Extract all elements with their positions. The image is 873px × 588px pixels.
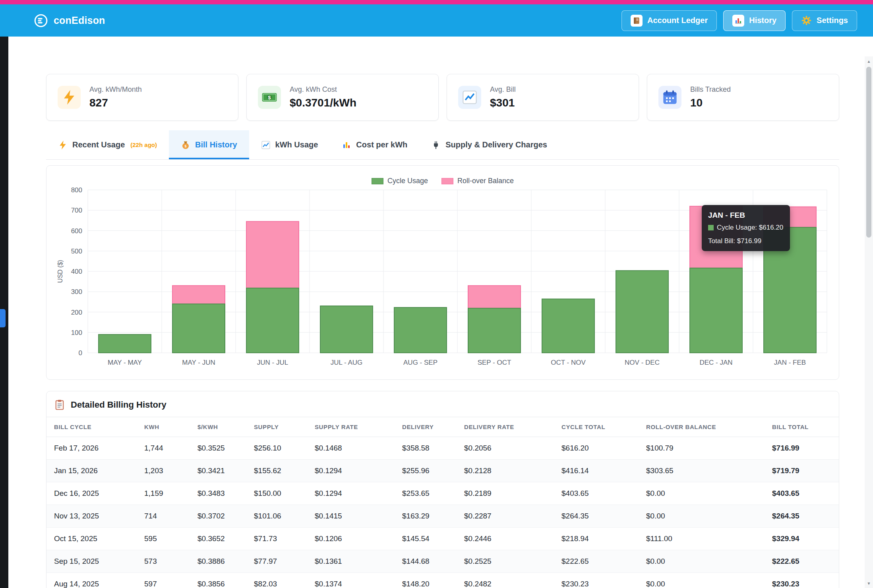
x-category-label: MAY - JUN	[182, 359, 215, 366]
tab-label: Recent Usage	[72, 140, 125, 149]
table-cell: $150.00	[254, 482, 315, 505]
table-cell: Aug 14, 2025	[46, 573, 144, 588]
table-cell: $71.73	[254, 528, 315, 550]
avgbill-icon	[458, 86, 481, 109]
tooltip-title: JAN - FEB	[708, 211, 784, 220]
table-cell: $0.2446	[464, 528, 561, 550]
table-row: Sep 15, 2025573$0.3886$77.97$0.1361$144.…	[46, 550, 839, 573]
top-accent-bar	[0, 0, 873, 4]
bar-cycle-oct-nov[interactable]	[542, 299, 594, 353]
table-cell: $145.54	[402, 528, 464, 550]
table-cell: $0.3525	[197, 437, 254, 460]
table-cell: Dec 16, 2025	[46, 482, 144, 505]
legend-label: Roll-over Balance	[457, 177, 514, 185]
legend-cycle-usage[interactable]: Cycle Usage	[372, 177, 428, 185]
y-tick-label: 500	[71, 248, 82, 255]
moneybag-icon: $	[181, 140, 190, 150]
table-cell: $222.65	[561, 550, 646, 573]
stat-value: 827	[89, 97, 142, 109]
barchart-icon	[342, 140, 351, 150]
stat-cards: Avg. kWh/Month827$Avg. kWh Cost$0.3701/k…	[46, 74, 839, 121]
stacked-bar-chart: 0100200300400500600700800USD ($)MAY - MA…	[46, 166, 839, 379]
table-cell: $0.3483	[197, 482, 254, 505]
table-cell: $0.00	[646, 505, 772, 528]
tab-label: Bill History	[195, 140, 237, 149]
bar-cycle-nov-dec[interactable]	[616, 271, 668, 353]
table-cell: 573	[144, 550, 197, 573]
tooltip-cycle-swatch	[708, 225, 714, 230]
brand[interactable]: conEdison	[34, 14, 105, 28]
calendar-icon	[658, 86, 681, 109]
bar-cycle-may-jun[interactable]	[172, 304, 225, 353]
column-header-supply-rate: SUPPLY RATE	[315, 417, 402, 437]
nav-settings-button[interactable]: Settings	[792, 10, 857, 31]
scroll-down-arrow[interactable]: ▼	[865, 578, 873, 588]
table-cell: Oct 15, 2025	[46, 528, 144, 550]
nav-account-ledger-button[interactable]: Account Ledger	[621, 10, 717, 31]
stat-label: Bills Tracked	[690, 85, 731, 94]
stat-card-avg-kwh-month: Avg. kWh/Month827	[46, 74, 238, 121]
column-header-supply: SUPPLY	[254, 417, 315, 437]
svg-text:$: $	[184, 144, 186, 148]
table-cell: $163.29	[402, 505, 464, 528]
tab-supply-delivery-charges[interactable]: Supply & Delivery Charges	[419, 130, 559, 159]
bar-cycle-may-may[interactable]	[99, 335, 151, 353]
table-cell: $329.94	[772, 528, 839, 550]
table-cell: $0.3421	[197, 460, 254, 482]
table-cell: $358.58	[402, 437, 464, 460]
table-cell: Jan 15, 2026	[46, 460, 144, 482]
table-row: Jan 15, 20261,203$0.3421$155.62$0.1294$2…	[46, 460, 839, 482]
bill-history-chart-panel: Cycle UsageRoll-over Balance 01002003004…	[46, 165, 839, 380]
table-cell: $82.03	[254, 573, 315, 588]
vertical-scrollbar[interactable]: ▲ ▼	[865, 56, 873, 588]
table-cell: 1,744	[144, 437, 197, 460]
bar-cycle-sep-oct[interactable]	[468, 308, 521, 353]
tab-bill-history[interactable]: $Bill History	[169, 130, 249, 159]
bar-cycle-jun-jul[interactable]	[246, 288, 299, 353]
gear-icon	[801, 15, 812, 26]
table-cell: $255.96	[402, 460, 464, 482]
tab-badge: (22h ago)	[130, 141, 157, 148]
billing-panel-header: Detailed Billing History	[46, 391, 839, 417]
tab-bar: Recent Usage(22h ago)$Bill HistorykWh Us…	[46, 130, 839, 160]
x-category-label: AUG - SEP	[403, 359, 437, 366]
bar-rollover-jun-jul[interactable]	[246, 221, 299, 288]
bar-cycle-dec-jan[interactable]	[690, 268, 742, 353]
bar-cycle-jul-aug[interactable]	[320, 306, 373, 353]
legend-roll-over-balance[interactable]: Roll-over Balance	[441, 177, 514, 185]
scrollbar-thumb[interactable]	[866, 67, 871, 238]
table-cell: 595	[144, 528, 197, 550]
table-cell: $0.3702	[197, 505, 254, 528]
lightning-icon	[58, 86, 81, 109]
linechart-icon	[261, 140, 271, 150]
table-cell: $0.00	[646, 550, 772, 573]
tab-recent-usage[interactable]: Recent Usage(22h ago)	[46, 130, 169, 159]
tab-cost-per-kwh[interactable]: Cost per kWh	[330, 130, 419, 159]
nav-history-button[interactable]: History	[723, 10, 786, 31]
table-header-row: BILL CYCLEKWH$/KWHSUPPLYSUPPLY RATEDELIV…	[46, 417, 839, 437]
table-cell: 1,159	[144, 482, 197, 505]
historybars-icon	[732, 15, 744, 27]
table-cell: $0.1294	[315, 460, 402, 482]
table-cell: $0.1374	[315, 573, 402, 588]
column-header-kwh: KWH	[144, 417, 197, 437]
x-category-label: JAN - FEB	[774, 359, 806, 366]
stat-card-avg-bill: Avg. Bill$301	[447, 74, 639, 121]
bar-rollover-may-jun[interactable]	[172, 286, 225, 304]
y-axis-label: USD ($)	[57, 260, 64, 283]
chart-tooltip: JAN - FEB Cycle Usage: $616.20 Total Bil…	[702, 205, 790, 251]
lightning-icon	[58, 140, 68, 150]
table-cell: $719.79	[772, 460, 839, 482]
tooltip-total-line: Total Bill: $716.99	[708, 237, 784, 245]
bar-cycle-aug-sep[interactable]	[394, 308, 447, 353]
table-cell: $264.35	[561, 505, 646, 528]
table-cell: 1,203	[144, 460, 197, 482]
billing-title: Detailed Billing History	[71, 400, 166, 410]
scroll-up-arrow[interactable]: ▲	[865, 56, 873, 66]
tab-kwh-usage[interactable]: kWh Usage	[249, 130, 330, 159]
bar-rollover-sep-oct[interactable]	[468, 286, 521, 308]
table-cell: Feb 17, 2026	[46, 437, 144, 460]
table-cell: $303.65	[646, 460, 772, 482]
left-edge-tab[interactable]	[0, 309, 6, 327]
table-cell: $0.2525	[464, 550, 561, 573]
